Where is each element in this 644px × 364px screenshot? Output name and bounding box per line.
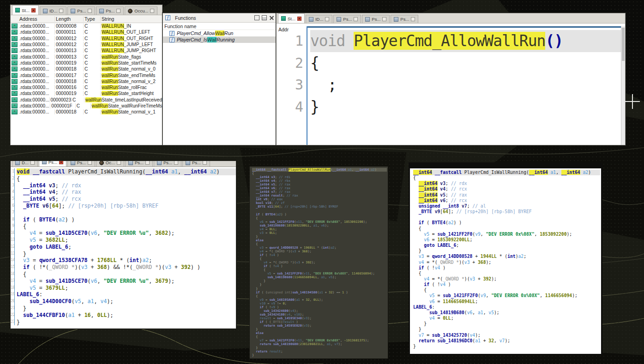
code-line[interactable]: _BYTE v11[64]; // [rsp+20h] [rbp-58h] BY… [252, 205, 387, 209]
code-line[interactable]: { [252, 335, 387, 339]
tab-ps[interactable]: Ps... [362, 15, 390, 23]
code-line[interactable]: __int64 v3; // rdx [413, 181, 600, 186]
code-line[interactable]: _BYTE v6[64]; // [rsp+20h] [rbp-58h] BYR… [17, 203, 236, 209]
code-line[interactable]: } [252, 283, 387, 286]
restore-icon[interactable] [254, 15, 259, 20]
tab-close-icon[interactable] [117, 161, 121, 165]
tab-close-icon[interactable] [88, 9, 92, 13]
code-line[interactable]: { [17, 223, 236, 230]
code-line[interactable]: if ( BYTE4(a2) ) [17, 216, 236, 223]
code-line[interactable]: { [252, 242, 387, 246]
string-row[interactable]: ”.rdata:00000...00000017CwallRunState_en… [11, 72, 162, 78]
tab-close-icon[interactable] [145, 161, 150, 165]
tab-close-icon[interactable] [174, 161, 178, 165]
code-line[interactable]: { [413, 287, 600, 293]
code-line[interactable]: v6 = 1853092200LL; [413, 237, 600, 243]
code-line[interactable]: if ( (_BYTE)result ) [252, 320, 387, 324]
string-row[interactable]: ”.rdata:00000...00000018CwallRunState_no… [11, 109, 162, 115]
code-line[interactable]: __int64 result; // rax [252, 194, 387, 197]
code-line[interactable]: __int64 v7; // rax [252, 190, 387, 194]
code-line[interactable]: { [17, 271, 236, 278]
tab-d[interactable]: D... [12, 161, 38, 167]
tab-ps[interactable]: Ps... [391, 15, 418, 23]
code-line[interactable]: } [17, 305, 236, 312]
code-line[interactable]: _BYTE v9[64]; // [rsp+20h] [rbp-58h] BYR… [413, 209, 600, 215]
code-line[interactable]: bool v10; // zf [252, 201, 387, 205]
tab-close-icon[interactable] [150, 9, 154, 13]
code-line[interactable]: v4 = sub_141D5CE70(v6, "DEV ERROR %u", 3… [17, 278, 236, 285]
code-line[interactable]: { [252, 172, 387, 175]
code-line[interactable]: v5 = sub_1421FF2F0(v9, "DEV ERROR 0x%08X… [413, 232, 600, 237]
float-icon[interactable] [262, 15, 267, 20]
tab-close-icon[interactable] [116, 9, 120, 13]
column-length[interactable]: Length [55, 16, 84, 22]
tab-close-icon[interactable] [411, 17, 415, 21]
code-line[interactable]: } [252, 235, 387, 239]
code-line[interactable]: __int64 v5; // rcx [17, 196, 236, 203]
code-line[interactable]: { [252, 257, 387, 261]
code-line[interactable]: result = sub_14595E340(v3); [252, 316, 387, 320]
column-type[interactable]: Type [84, 16, 101, 22]
code-line[interactable]: } [413, 248, 600, 254]
tab-ps[interactable]: Ps... [333, 15, 361, 23]
code-body[interactable]: void PlayerCmd_AllowWallRun(){ ;} [310, 30, 621, 118]
code-line[interactable]: sub_14819B680(v6, a1, v5); [413, 310, 600, 316]
code-line[interactable]: __int64 __fastcall PlayerCmd_IsWallRunni… [413, 170, 600, 175]
code-line[interactable]: v10 = v9 != 0; [252, 302, 387, 305]
code-line[interactable]: if ( !v4 ) [252, 264, 387, 268]
string-row[interactable]: ”.rdata:00000...00000013CwallRunState_fl… [11, 54, 162, 60]
close-icon[interactable] [269, 15, 274, 20]
code-line[interactable]: __int64 v4; // rbx [252, 179, 387, 183]
code-line[interactable]: { [413, 271, 600, 276]
code-line[interactable]: } [252, 353, 387, 357]
code-line[interactable]: v3 = qword_1538CFA78 + 1768LL * (int)a2; [17, 257, 236, 264]
code-line[interactable]: __int64 v3; // rdx [17, 182, 236, 189]
tab-close-icon[interactable] [354, 17, 358, 21]
code-line[interactable]: __int64 v6; // rax [252, 186, 387, 190]
code-line[interactable]: } [252, 279, 387, 283]
tab-close-icon[interactable] [382, 17, 386, 21]
code-line[interactable]: __int64 v5; // rax [413, 192, 600, 198]
scrollbar-thumb[interactable] [622, 28, 625, 61]
code-line[interactable]: sub_148198680(1146656094LL, a1, v5); [252, 275, 387, 279]
code-line[interactable] [252, 209, 387, 213]
tab-ps[interactable]: Ps... [96, 6, 124, 15]
code-line[interactable]: v7 = sub_143425720(v4); [413, 333, 600, 338]
code-line[interactable]: goto LABEL_6; [17, 244, 236, 251]
string-row[interactable]: ”.rdata:00000...00000008CWALLRUN_IN [11, 23, 162, 29]
code-line[interactable]: v5 = 3679LL; [17, 285, 236, 292]
code-panel[interactable]: 1234567891011121314151617181920212223 vo… [11, 167, 236, 328]
string-row[interactable]: ”.rdata:00000...00000012CWALLRUN_JUMP_LE… [11, 42, 162, 48]
code-line[interactable]: ; [310, 74, 621, 96]
code-line[interactable] [413, 215, 600, 220]
tab-ps[interactable]: Ps... [125, 161, 153, 167]
code-line[interactable]: if ( !*(_QWORD *)(v3 + 368) && !*(_QWORD… [17, 264, 236, 271]
code-body[interactable]: __int64 __fastcall PlayerCmd_AllowWallRu… [252, 168, 387, 358]
code-line[interactable]: } [252, 346, 387, 350]
code-line[interactable]: if ( !v9 ) [252, 305, 387, 309]
string-row[interactable]: ”.rdata:00000...00000018CwallRunState_no… [11, 66, 162, 72]
tab-close-icon[interactable] [31, 8, 36, 12]
tab-ps[interactable]: Ps... [67, 6, 95, 15]
code-body[interactable]: void __fastcall PlayerCmd_IsWallRunning(… [17, 168, 236, 325]
column-string[interactable]: String [101, 16, 162, 22]
code-line[interactable]: void __fastcall PlayerCmd_IsWallRunning(… [17, 168, 236, 175]
string-row[interactable]: ”.rdata:00000...0000001FCwallRunState_wa… [11, 103, 162, 109]
string-row[interactable]: ”.rdata:00000...00000018CwallRunState_no… [11, 78, 162, 84]
code-line[interactable]: return sub_148198680(2381286021LL, a1, v… [252, 342, 387, 346]
string-row[interactable]: ”.rdata:00000...00000019CwallRunState_st… [11, 90, 162, 96]
code-line[interactable]: sub_148198680(1853092200LL, a1, v6); [252, 224, 387, 227]
string-row[interactable]: ”.rdata:00000...00000016CwallRunState_ro… [11, 84, 162, 90]
code-line[interactable]: __int64 v3; // rdi [252, 175, 387, 179]
code-line[interactable]: v4 = 0LL; [413, 316, 600, 321]
tab-ps[interactable]: Ps... [39, 161, 66, 167]
string-row[interactable]: ”.rdata:00000...00000019CwallRunState_st… [11, 60, 162, 66]
code-line[interactable]: } [413, 327, 600, 332]
code-line[interactable]: v3 = qword_14DD08528 + 1968LL * (int)a2; [252, 246, 387, 250]
function-list-item[interactable]: fPlayerCmd_AllowWallRun [163, 30, 277, 36]
code-line[interactable]: __int64 v4; // rax [17, 189, 236, 196]
code-line[interactable]: v4 = *(_QWORD *)(v3 + 392); [413, 276, 600, 282]
code-line[interactable]: unsigned __int8 v7; // al [413, 203, 600, 209]
string-row[interactable]: ”.rdata:00000...00000012CWALLRUN_OUT_RIG… [11, 36, 162, 42]
allowwallrun-pseudocode-panel[interactable]: 1234 void PlayerCmd_AllowWallRun(){ ;} [283, 26, 625, 145]
